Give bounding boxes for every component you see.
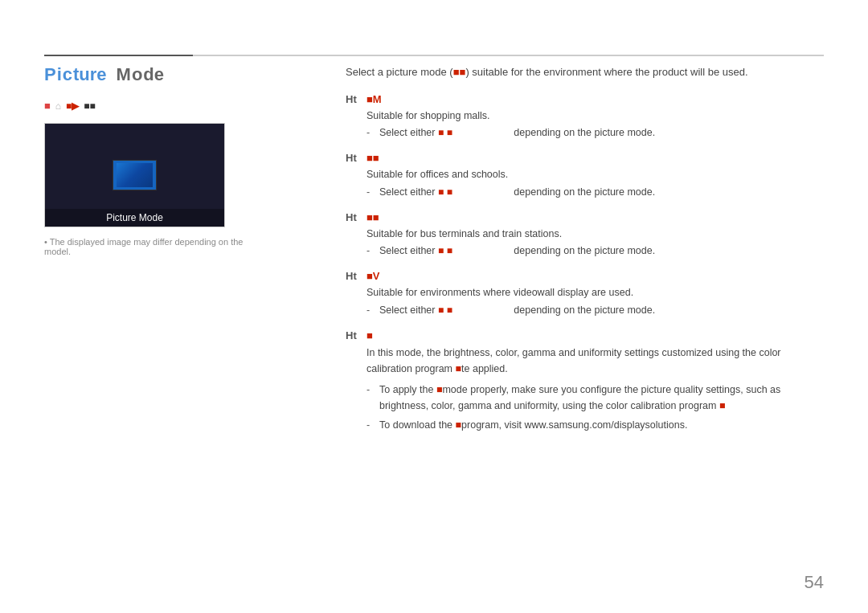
bullet-dash-1: - (366, 125, 375, 141)
section-videowall-desc: Suitable for environments where videowal… (366, 285, 824, 300)
title-mode: Mo (117, 64, 144, 85)
select-either-2: Select either ■ ■ depending on the pictu… (379, 185, 655, 200)
ht-label-1: Ht (346, 93, 362, 105)
section-bus-desc: Suitable for bus terminals and train sta… (366, 227, 824, 242)
calib-dash-2: - (366, 417, 375, 433)
inline-icon-1a: ■ (438, 127, 444, 138)
top-line-accent (44, 55, 193, 56)
inline-icon-4a: ■ (438, 304, 444, 316)
mode-icon-5: ■ (366, 329, 373, 341)
preview-screen (113, 160, 157, 190)
section-videowall-header: Ht ■V (346, 270, 824, 282)
calib-mode-icon: ■ (436, 384, 443, 395)
bullet-dash-2: - (366, 185, 375, 200)
calib-bullet-text-1: To apply the ■mode properly, make sure y… (379, 382, 824, 414)
preview-screen-inner (117, 163, 153, 187)
section-office-desc: Suitable for offices and schools. (366, 167, 824, 182)
intro-text: Select a picture mode (■■) suitable for … (346, 64, 824, 80)
ht-label-2: Ht (346, 152, 362, 164)
title-ture: ture (73, 64, 107, 85)
select-either-3: Select either ■ ■ depending on the pictu… (379, 243, 655, 259)
calib-bullet-text-2: To download the ■program, visit www.sams… (379, 417, 687, 433)
breadcrumb-icon1: ■ (44, 100, 51, 112)
inline-icon-1b: ■ (447, 127, 452, 138)
section-videowall-bullet: - Select either ■ ■ depending on the pic… (366, 303, 824, 318)
title-de: de (143, 64, 164, 85)
right-panel: Select a picture mode (■■) suitable for … (346, 64, 824, 441)
select-either-1: Select either ■ ■ depending on the pictu… (379, 125, 655, 141)
breadcrumb-home-icon: ⌂ (55, 100, 61, 112)
section-bus-header: Ht ■■ (346, 211, 824, 223)
note-text: The displayed image may differ depending… (44, 237, 269, 256)
calib-bullet-1: - To apply the ■mode properly, make sure… (366, 382, 824, 414)
breadcrumb: ■ ⌂ ■▶ ■■ (44, 100, 269, 112)
calibration-desc: In this mode, the brightness, color, gam… (366, 345, 824, 377)
section-bus: Ht ■■ Suitable for bus terminals and tra… (346, 211, 824, 260)
breadcrumb-icon2: ■▶ (66, 100, 79, 112)
section-shopping: Ht ■M Suitable for shopping malls. - Sel… (346, 93, 824, 141)
mode-icon-2: ■■ (366, 152, 379, 164)
calib-bullet-2: - To download the ■program, visit www.sa… (366, 417, 824, 433)
title-picture: Pic (44, 64, 73, 85)
section-calibration: Ht ■ In this mode, the brightness, color… (346, 329, 824, 433)
section-office-header: Ht ■■ (346, 152, 824, 164)
breadcrumb-icon3: ■■ (84, 100, 96, 112)
section-shopping-desc: Suitable for shopping malls. (366, 108, 824, 124)
preview-label: Picture Mode (45, 209, 224, 227)
section-calibration-header: Ht ■ (346, 329, 824, 341)
preview-box: Picture Mode (44, 123, 225, 227)
ht-label-5: Ht (346, 329, 362, 341)
calib-icon-1: ■ (455, 363, 461, 374)
select-either-4: Select either ■ ■ depending on the pictu… (379, 303, 655, 318)
page-title: Picture Mode (44, 64, 269, 85)
inline-icon-2b: ■ (447, 186, 452, 198)
inline-icon-3b: ■ (447, 245, 452, 256)
left-panel: Picture Mode ■ ⌂ ■▶ ■■ Picture Mode The … (44, 64, 269, 256)
section-shopping-bullet: - Select either ■ ■ depending on the pic… (366, 125, 824, 141)
mode-icon-3: ■■ (366, 211, 379, 223)
inline-icon-3a: ■ (438, 245, 444, 256)
page-number: 54 (805, 572, 824, 593)
section-videowall: Ht ■V Suitable for environments where vi… (346, 270, 824, 318)
intro-icon: ■■ (453, 66, 466, 78)
ht-label-3: Ht (346, 211, 362, 223)
section-bus-bullet: - Select either ■ ■ depending on the pic… (366, 243, 824, 259)
bullet-dash-3: - (366, 243, 375, 259)
section-office: Ht ■■ Suitable for offices and schools. … (346, 152, 824, 200)
section-office-bullet: - Select either ■ ■ depending on the pic… (366, 185, 824, 200)
calib-dl-icon: ■ (456, 419, 462, 431)
inline-icon-2a: ■ (438, 186, 444, 198)
calib-dash-1: - (366, 382, 375, 398)
mode-icon-4: ■V (366, 270, 380, 282)
inline-icon-4b: ■ (447, 304, 452, 316)
ht-label-4: Ht (346, 270, 362, 282)
section-shopping-header: Ht ■M (346, 93, 824, 105)
mode-icon-1: ■M (366, 93, 382, 105)
bullet-dash-4: - (366, 303, 375, 318)
calib-prog-icon: ■ (719, 400, 726, 411)
